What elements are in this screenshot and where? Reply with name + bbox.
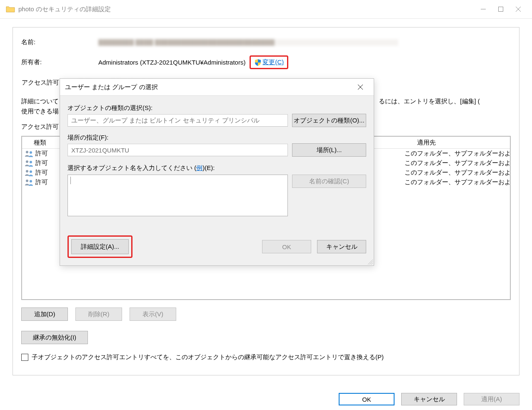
object-type-label: オブジェクトの種類の選択(S):: [67, 104, 366, 112]
select-user-group-dialog: ユーザー または グループ の選択 オブジェクトの種類の選択(S): ユーザー、…: [60, 78, 374, 266]
svg-point-7: [30, 161, 32, 163]
svg-line-16: [371, 263, 373, 265]
highlight-box-change: 変更(C): [250, 55, 288, 69]
cell-type: 許可: [35, 178, 48, 186]
users-icon: [25, 169, 34, 177]
name-label: 名前:: [21, 38, 98, 46]
folder-icon: [6, 5, 15, 13]
users-icon: [25, 150, 34, 158]
permission-buttons: 追加(D) 削除(R) 表示(V): [21, 308, 511, 321]
apply-button[interactable]: 適用(A): [464, 393, 520, 405]
owner-label: 所有者:: [21, 58, 98, 66]
svg-point-9: [30, 170, 32, 173]
minimize-button[interactable]: [480, 5, 487, 13]
remove-button[interactable]: 削除(R): [75, 308, 122, 321]
dialog-cancel-button[interactable]: キャンセル: [317, 240, 366, 253]
examples-link[interactable]: 例: [196, 164, 202, 171]
check-names-button[interactable]: 名前の確認(C): [292, 175, 366, 188]
users-icon: [25, 179, 34, 186]
svg-point-5: [30, 151, 32, 154]
maximize-button[interactable]: [497, 5, 505, 13]
tab-permissions[interactable]: アクセス許可: [19, 77, 65, 90]
window-controls: [480, 5, 522, 13]
from-location-label: 場所の指定(F):: [67, 134, 366, 142]
object-type-field: ユーザー、グループ または ビルトイン セキュリティ プリンシパル: [67, 114, 288, 127]
cell-type: 許可: [35, 169, 48, 177]
svg-rect-1: [499, 7, 503, 12]
change-owner-link[interactable]: 変更(C): [262, 58, 284, 66]
svg-line-15: [370, 261, 373, 265]
dialog-close-button[interactable]: [352, 85, 369, 90]
window-title: photo のセキュリティの詳細設定: [18, 5, 480, 13]
name-value-blurred: ████████ ████ ██████████████████████████…: [98, 39, 398, 46]
locations-button[interactable]: 場所(L)...: [292, 143, 366, 157]
object-names-textarea[interactable]: [71, 177, 285, 216]
dialog-title: ユーザー または グループ の選択: [65, 83, 352, 91]
svg-point-4: [26, 151, 28, 153]
users-icon: [25, 160, 34, 167]
object-types-button[interactable]: オブジェクトの種類(O)...: [292, 114, 366, 127]
replace-child-checkbox[interactable]: [21, 354, 28, 361]
dialog-titlebar: ユーザー または グループ の選択: [60, 79, 374, 96]
advanced-button[interactable]: 詳細設定(A)...: [71, 239, 129, 254]
dialog-ok-button[interactable]: OK: [262, 240, 311, 253]
cancel-button[interactable]: キャンセル: [401, 393, 457, 405]
owner-value: Administrators (XTZJ-2021QUMKTU¥Administ…: [98, 59, 245, 66]
highlight-box-advanced: 詳細設定(A)...: [67, 235, 132, 258]
uac-shield-icon: [254, 59, 262, 66]
titlebar: photo のセキュリティの詳細設定: [0, 0, 532, 19]
svg-point-6: [26, 160, 28, 163]
ok-button[interactable]: OK: [339, 393, 395, 405]
from-location-field: XTZJ-2021QUMKTU: [67, 144, 288, 156]
replace-child-label: 子オブジェクトのアクセス許可エントリすべてを、このオブジェクトからの継承可能なア…: [32, 353, 384, 361]
svg-point-8: [26, 170, 28, 172]
enter-names-label: 選択するオブジェクト名を入力してください (例)(E):: [67, 164, 366, 172]
svg-point-11: [30, 180, 32, 182]
add-button[interactable]: 追加(D): [21, 308, 68, 321]
svg-point-10: [26, 180, 28, 182]
close-button[interactable]: [515, 5, 522, 13]
replace-child-row[interactable]: 子オブジェクトのアクセス許可エントリすべてを、このオブジェクトからの継承可能なア…: [21, 353, 511, 361]
object-names-input[interactable]: [67, 175, 288, 216]
resize-grip-icon[interactable]: [366, 258, 373, 265]
disable-inheritance-button[interactable]: 継承の無効化(I): [21, 331, 88, 344]
cell-type: 許可: [35, 159, 48, 167]
footer-buttons: OK キャンセル 適用(A): [339, 393, 520, 405]
cell-type: 許可: [35, 150, 48, 158]
view-button[interactable]: 表示(V): [130, 308, 176, 321]
